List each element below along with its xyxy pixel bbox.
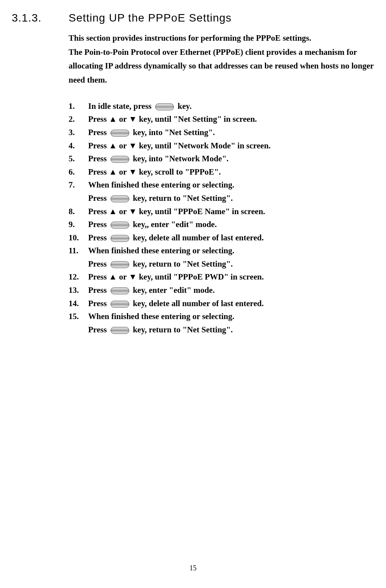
section-title: Setting UP the PPPoE Settings: [69, 12, 232, 24]
menu-key-icon: [111, 156, 129, 163]
intro-line2: The Poin-to-Poin Protocol over Ethernet …: [69, 45, 378, 87]
step-item: 7.When finished these entering or select…: [69, 179, 378, 205]
step-number: 12.: [69, 271, 88, 284]
step-text-before: When finished these entering or selectin…: [88, 312, 234, 321]
step-text-after: key, into "Net Setting".: [131, 128, 215, 137]
step-item: 8.Press ▲ or ▼ key, until "PPPoE Name" i…: [69, 205, 378, 218]
step-text-before: Press: [88, 128, 109, 137]
menu-key-icon: [111, 261, 129, 268]
step-text-after: key, delete all number of last entered.: [131, 299, 264, 308]
step-text-before: Press: [88, 154, 109, 163]
step-line2-before: Press: [88, 259, 109, 269]
step-line2-after: key, return to "Net Setting".: [131, 259, 233, 269]
step-number: 15.: [69, 310, 88, 336]
step-line2-after: key, return to "Net Setting".: [131, 325, 233, 334]
menu-key-icon: [155, 103, 174, 110]
step-text-after: key, delete all number of last entered.: [131, 233, 264, 242]
step-number: 13.: [69, 284, 88, 297]
step-text-before: Press: [88, 220, 109, 229]
intro-line1: This section provides instructions for p…: [69, 31, 378, 45]
step-text-before: When finished these entering or selectin…: [88, 180, 234, 189]
step-text: In idle state, press key.: [88, 100, 378, 113]
step-text-before: When finished these entering or selectin…: [88, 246, 234, 255]
step-text-after: key, enter "edit" mode.: [131, 285, 215, 295]
step-text: Press key, into "Net Setting".: [88, 126, 378, 139]
step-number: 4.: [69, 139, 88, 153]
step-text-before: Press ▲ or ▼ key, scroll to "PPPoE".: [88, 167, 221, 177]
intro-text: This section provides instructions for p…: [69, 31, 378, 87]
step-number: 10.: [69, 231, 88, 245]
step-number: 8.: [69, 205, 88, 218]
step-text: Press ▲ or ▼ key, until "PPPoE PWD" in s…: [88, 271, 378, 284]
menu-key-icon: [111, 301, 129, 308]
step-number: 1.: [69, 100, 88, 113]
step-text: Press key, enter "edit" mode.: [88, 284, 378, 297]
step-item: 3.Press key, into "Net Setting".: [69, 126, 378, 139]
step-item: 2.Press ▲ or ▼ key, until "Net Setting" …: [69, 113, 378, 126]
step-text-before: Press: [88, 233, 109, 242]
step-item: 4.Press ▲ or ▼ key, until "Network Mode"…: [69, 139, 378, 153]
step-number: 14.: [69, 297, 88, 310]
step-item: 9.Press key,, enter "edit" mode.: [69, 218, 378, 231]
step-text-after: key.: [176, 101, 192, 111]
menu-key-icon: [111, 327, 129, 334]
step-item: 5.Press key, into "Network Mode".: [69, 152, 378, 166]
step-item: 6.Press ▲ or ▼ key, scroll to "PPPoE".: [69, 166, 378, 179]
step-text: Press key,, enter "edit" mode.: [88, 218, 378, 231]
step-number: 7.: [69, 179, 88, 205]
step-item: 15.When finished these entering or selec…: [69, 310, 378, 336]
menu-key-icon: [111, 130, 129, 137]
step-text: Press ▲ or ▼ key, until "Net Setting" in…: [88, 113, 378, 126]
step-text-before: Press ▲ or ▼ key, until "PPPoE PWD" in s…: [88, 272, 264, 281]
step-text-before: Press ▲ or ▼ key, until "PPPoE Name" in …: [88, 207, 265, 216]
step-text-before: Press: [88, 285, 109, 295]
step-number: 9.: [69, 218, 88, 231]
step-number: 3.: [69, 126, 88, 139]
menu-key-icon: [111, 235, 129, 242]
step-text-before: Press ▲ or ▼ key, until "Network Mode" i…: [88, 141, 271, 150]
step-line2-after: key, return to "Net Setting".: [131, 193, 233, 203]
section-heading: 3.1.3. Setting UP the PPPoE Settings: [12, 12, 378, 24]
content-body: This section provides instructions for p…: [69, 31, 378, 336]
step-text: When finished these entering or selectin…: [88, 244, 378, 271]
step-text: Press key, delete all number of last ent…: [88, 231, 378, 245]
step-item: 10.Press key, delete all number of last …: [69, 231, 378, 245]
step-number: 2.: [69, 113, 88, 126]
step-text: Press ▲ or ▼ key, scroll to "PPPoE".: [88, 166, 378, 179]
step-text: When finished these entering or selectin…: [88, 310, 378, 336]
step-item: 13.Press key, enter "edit" mode.: [69, 284, 378, 297]
step-number: 5.: [69, 152, 88, 166]
step-text-before: In idle state, press: [88, 101, 154, 111]
page-number: 15: [0, 564, 386, 572]
step-line2-before: Press: [88, 325, 109, 334]
step-item: 1.In idle state, press key.: [69, 100, 378, 113]
step-text-before: Press ▲ or ▼ key, until "Net Setting" in…: [88, 114, 257, 124]
step-text-before: Press: [88, 299, 109, 308]
step-item: 11.When finished these entering or selec…: [69, 244, 378, 271]
step-number: 11.: [69, 244, 88, 271]
steps-list: 1.In idle state, press key.2.Press ▲ or …: [69, 100, 378, 337]
step-line2-before: Press: [88, 193, 109, 203]
menu-key-icon: [111, 195, 129, 202]
step-text: Press ▲ or ▼ key, until "PPPoE Name" in …: [88, 205, 378, 218]
step-text-after: key, into "Network Mode".: [131, 154, 229, 163]
step-text: When finished these entering or selectin…: [88, 179, 378, 205]
step-item: 14.Press key, delete all number of last …: [69, 297, 378, 310]
section-number: 3.1.3.: [12, 12, 69, 24]
step-item: 12.Press ▲ or ▼ key, until "PPPoE PWD" i…: [69, 271, 378, 284]
step-text: Press key, delete all number of last ent…: [88, 297, 378, 310]
menu-key-icon: [111, 287, 129, 294]
step-number: 6.: [69, 166, 88, 179]
step-text-after: key,, enter "edit" mode.: [131, 220, 217, 229]
step-text: Press key, into "Network Mode".: [88, 152, 378, 166]
menu-key-icon: [111, 222, 129, 229]
step-text: Press ▲ or ▼ key, until "Network Mode" i…: [88, 139, 378, 153]
